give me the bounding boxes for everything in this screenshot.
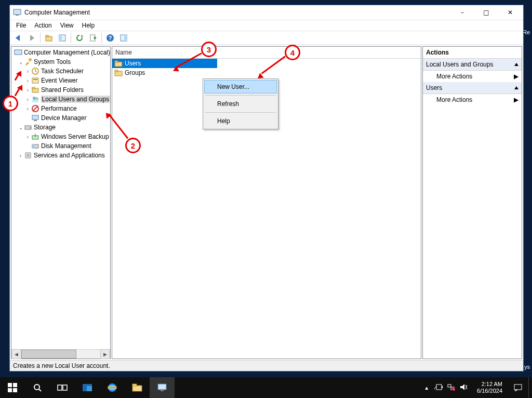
list-item-users[interactable]: Users <box>112 59 217 68</box>
show-hide-tree-button[interactable] <box>56 32 69 44</box>
tree-services-applications[interactable]: Services and Applications <box>34 152 105 159</box>
titlebar[interactable]: Computer Management – □ ✕ <box>10 5 523 20</box>
list-header-name[interactable]: Name <box>112 47 421 59</box>
disk-mgmt-icon <box>31 142 39 150</box>
actions-more-2[interactable]: More Actions ▶ <box>423 94 522 105</box>
action-pane-button[interactable] <box>117 32 130 44</box>
tree-windows-server-backup[interactable]: Windows Server Backup <box>41 133 109 140</box>
context-menu-new-user[interactable]: New User... <box>204 80 277 94</box>
tree-local-users-groups[interactable]: Local Users and Groups <box>41 96 110 103</box>
task-view-button[interactable] <box>50 377 75 398</box>
collapse-icon[interactable] <box>514 86 518 89</box>
menu-file[interactable]: File <box>12 22 30 29</box>
forward-button[interactable] <box>25 32 38 44</box>
svg-rect-28 <box>34 120 37 121</box>
svg-rect-7 <box>59 35 62 41</box>
svg-point-16 <box>29 58 32 61</box>
storage-icon <box>24 123 32 131</box>
services-apps-icon <box>24 151 32 160</box>
expand-icon[interactable]: ⌄ <box>18 59 23 65</box>
tray-network-icon[interactable] <box>447 383 455 392</box>
tree-task-scheduler[interactable]: Task Scheduler <box>41 68 84 75</box>
up-button[interactable] <box>43 32 55 44</box>
svg-marker-3 <box>30 35 34 41</box>
taskbar-app-1[interactable] <box>75 377 100 398</box>
taskbar[interactable]: ▲ 2:12 AM 6/16/2024 <box>0 377 532 398</box>
tree-scrollbar[interactable]: ◀ ▶ <box>11 349 110 359</box>
help-button[interactable]: ? <box>104 32 116 44</box>
close-button[interactable]: ✕ <box>498 5 522 20</box>
computer-icon <box>14 48 22 57</box>
expand-icon[interactable]: › <box>25 106 31 112</box>
context-menu-help[interactable]: Help <box>204 114 277 128</box>
svg-text:?: ? <box>109 35 112 41</box>
svg-rect-15 <box>15 50 22 55</box>
menu-view[interactable]: View <box>56 22 78 29</box>
svg-rect-1 <box>16 15 19 16</box>
expand-icon[interactable]: ⌄ <box>18 125 23 130</box>
list-body[interactable]: Users Groups New User... Refresh Help <box>112 59 421 359</box>
actions-header: Actions <box>423 47 522 59</box>
actions-more-1[interactable]: More Actions ▶ <box>423 71 522 82</box>
folder-icon <box>114 59 123 68</box>
tray-battery-icon[interactable] <box>433 384 443 392</box>
expand-icon[interactable]: › <box>25 78 31 84</box>
clock-icon <box>31 67 39 75</box>
window-title: Computer Management <box>24 9 450 16</box>
context-menu-separator <box>205 112 276 113</box>
search-button[interactable] <box>25 377 50 398</box>
actions-group-users[interactable]: Users <box>423 82 522 94</box>
expand-icon[interactable]: › <box>18 153 23 158</box>
expand-icon[interactable]: › <box>25 69 31 74</box>
tray-volume-icon[interactable] <box>459 383 468 392</box>
svg-rect-55 <box>161 390 164 391</box>
tree-root[interactable]: Computer Management (Local) <box>24 49 110 56</box>
tree[interactable]: Computer Management (Local) ⌄System Tool… <box>11 47 110 349</box>
tree-device-manager[interactable]: Device Manager <box>41 114 86 122</box>
users-icon <box>31 95 39 103</box>
menu-action[interactable]: Action <box>30 22 56 29</box>
actions-pane: Actions Local Users and Groups More Acti… <box>422 46 522 359</box>
backup-icon <box>31 132 39 141</box>
tools-icon <box>24 58 32 66</box>
actions-group-local-users[interactable]: Local Users and Groups <box>423 59 522 71</box>
scroll-right-icon[interactable]: ▶ <box>100 349 110 359</box>
svg-rect-39 <box>115 70 118 72</box>
scroll-thumb[interactable] <box>21 350 76 359</box>
notifications-button[interactable] <box>508 377 528 398</box>
tree-storage[interactable]: Storage <box>34 124 56 131</box>
maximize-button[interactable]: □ <box>474 5 498 20</box>
taskbar-compmgmt[interactable] <box>150 377 175 398</box>
tree-disk-management[interactable]: Disk Management <box>41 142 91 150</box>
refresh-button[interactable] <box>73 32 86 44</box>
system-tray[interactable]: ▲ <box>420 383 472 392</box>
svg-rect-52 <box>132 386 142 391</box>
tree-shared-folders[interactable]: Shared Folders <box>41 86 84 94</box>
taskbar-explorer[interactable] <box>125 377 150 398</box>
svg-rect-59 <box>448 384 451 387</box>
scroll-left-icon[interactable]: ◀ <box>11 349 21 359</box>
show-desktop-button[interactable] <box>528 377 532 398</box>
menu-help[interactable]: Help <box>78 22 99 29</box>
minimize-button[interactable]: – <box>450 5 474 20</box>
tree-pane: Computer Management (Local) ⌄System Tool… <box>11 46 111 359</box>
expand-icon[interactable]: › <box>25 97 31 102</box>
tray-chevron-icon[interactable]: ▲ <box>424 385 429 391</box>
expand-icon[interactable]: › <box>25 87 31 93</box>
tree-performance[interactable]: Performance <box>41 105 77 112</box>
context-menu-refresh[interactable]: Refresh <box>204 97 277 111</box>
tree-event-viewer[interactable]: Event Viewer <box>41 77 77 84</box>
taskbar-ie[interactable] <box>100 377 125 398</box>
collapse-icon[interactable] <box>514 63 518 66</box>
chevron-right-icon: ▶ <box>514 96 518 103</box>
export-button[interactable] <box>87 32 99 44</box>
expand-icon[interactable]: › <box>25 134 31 140</box>
tree-system-tools[interactable]: System Tools <box>34 58 71 65</box>
svg-rect-0 <box>14 9 21 15</box>
start-button[interactable] <box>0 377 25 398</box>
taskbar-clock[interactable]: 2:12 AM 6/16/2024 <box>472 381 508 394</box>
svg-rect-40 <box>8 383 12 387</box>
menubar: File Action View Help <box>10 20 523 31</box>
back-button[interactable] <box>12 32 24 44</box>
svg-rect-66 <box>514 384 522 390</box>
